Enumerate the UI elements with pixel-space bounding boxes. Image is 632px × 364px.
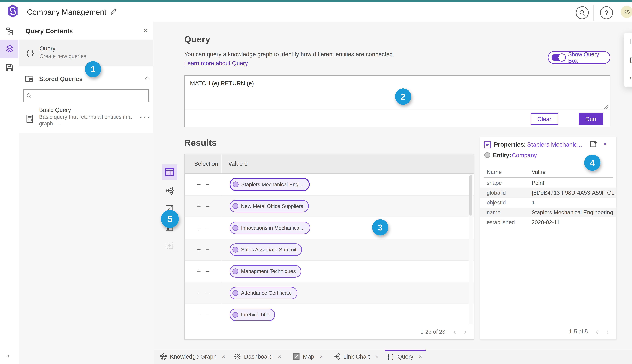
add-selection-button[interactable]: + (197, 224, 201, 232)
entity-pill[interactable]: New Metal Office Suppliers (230, 200, 309, 212)
rail-item-contents[interactable] (5, 44, 14, 54)
entity-type-icon (484, 152, 490, 158)
tab-knowledge-graph[interactable]: Knowledge Graph× (160, 353, 225, 360)
entity-pill[interactable]: Managment Techniques (230, 265, 301, 278)
remove-selection-button[interactable]: − (206, 202, 210, 210)
table-row: +− Firebird Title (185, 304, 474, 326)
entity-dot-icon (233, 182, 238, 187)
page-prev-button[interactable]: ‹ (596, 328, 598, 335)
table-row: +− Sales Associate Summit (185, 239, 474, 261)
run-button[interactable]: Run (579, 113, 603, 125)
resize-handle-icon[interactable] (604, 105, 608, 109)
search-button[interactable] (576, 6, 589, 19)
add-selection-button[interactable]: + (197, 311, 201, 319)
property-row: established2020-02-11 (480, 218, 616, 227)
table-row: +− Attendance Certificate (185, 282, 474, 304)
add-to-selection-icon[interactable] (590, 140, 597, 148)
entity-pill[interactable]: Sales Associate Summit (230, 244, 302, 256)
view-table-button[interactable] (162, 164, 177, 180)
page-next-button[interactable]: › (464, 328, 466, 335)
edit-title-icon[interactable] (110, 8, 117, 15)
show-query-box-toggle[interactable]: Show Query Box (548, 51, 610, 64)
rail-item-hierarchy[interactable] (5, 27, 14, 36)
page-prev-button[interactable]: ‹ (454, 328, 456, 335)
add-selection-button[interactable]: + (197, 289, 201, 297)
page-next-button[interactable]: › (606, 328, 609, 335)
entity-pill[interactable]: Attendance Certificate (230, 287, 298, 299)
sitemap-icon (5, 27, 14, 36)
help-button[interactable]: ? (600, 6, 613, 19)
remove-selection-button[interactable]: − (206, 268, 210, 275)
add-selection-button[interactable]: + (197, 268, 201, 275)
remove-selection-button[interactable]: − (206, 246, 210, 254)
tab-map[interactable]: Map× (293, 353, 323, 360)
tab-query[interactable]: { } Query× (388, 353, 422, 360)
learn-more-link[interactable]: Learn more about Query (184, 60, 248, 66)
header-divider (593, 4, 594, 21)
column-name: Name (480, 169, 532, 175)
properties-table-body: shapePoint globalid{5D9B4713-F98D-4A53-A… (480, 178, 616, 227)
close-tab-icon[interactable]: × (419, 354, 422, 360)
query-section-title: Query (184, 34, 210, 44)
entity-pill[interactable]: Firebird Title (230, 308, 275, 321)
add-selection-icon (630, 38, 632, 45)
column-value: Value (532, 169, 616, 175)
annotation-badge-1: 1 (85, 61, 101, 77)
app-logo[interactable] (7, 4, 18, 18)
menu-item-store-as-new-query[interactable]: { } Store as New Query (630, 56, 632, 63)
remove-selection-button[interactable]: − (206, 180, 210, 188)
close-tab-icon[interactable]: × (376, 354, 378, 360)
knowledge-graph-icon (160, 353, 167, 360)
view-new-link-chart-button-disabled (162, 238, 177, 253)
app-window: Company Management ? KS Knowledge Studio… (0, 0, 632, 364)
close-panel-button[interactable]: × (144, 27, 147, 34)
braces-icon: { } (388, 353, 394, 360)
tab-link-chart[interactable]: Link Chart× (334, 353, 378, 360)
column-value0[interactable]: Value 0 (222, 154, 474, 174)
query-file-icon (26, 114, 34, 123)
results-title: Results (184, 138, 217, 148)
close-tab-icon[interactable]: × (278, 354, 281, 360)
results-table: Selection Value 0 +− Staplers Mechanical… (184, 154, 474, 340)
table-row: +− Staplers Mechanical Engi... (185, 174, 474, 196)
properties-title: Properties: (494, 141, 526, 148)
top-accent-strip (0, 0, 632, 2)
page-title: Company Management (27, 8, 106, 16)
entity-dot-icon (232, 247, 238, 252)
view-link-chart-button[interactable] (162, 183, 177, 198)
close-tab-icon[interactable]: × (222, 354, 225, 360)
remove-selection-button[interactable]: − (206, 311, 210, 319)
expand-rail-button[interactable]: ›› (6, 352, 9, 359)
entity-label: Entity: (493, 152, 511, 158)
menu-item-collapse[interactable]: ›› Collapse (630, 74, 632, 81)
query-contents-item-query[interactable]: { } Query Create new queries (19, 40, 153, 66)
item-options-button[interactable]: • • • (140, 115, 150, 120)
avatar[interactable]: KS (620, 6, 632, 18)
add-selection-button[interactable]: + (197, 180, 201, 188)
tab-dashboard[interactable]: Dashboard× (234, 353, 281, 360)
properties-entity-link[interactable]: Staplers Mechanic... (527, 141, 582, 148)
results-scrollbar (469, 174, 473, 324)
close-tab-icon[interactable]: × (320, 354, 323, 360)
question-icon: ? (605, 9, 608, 16)
add-selection-button[interactable]: + (197, 202, 201, 210)
dashboard-icon (234, 353, 241, 360)
table-row: +− New Metal Office Suppliers (185, 196, 474, 217)
scrollbar-thumb[interactable] (469, 175, 472, 216)
collapse-section-icon[interactable] (145, 76, 150, 80)
remove-selection-button[interactable]: − (206, 224, 210, 232)
entity-dot-icon (232, 290, 238, 296)
column-selection[interactable]: Selection (185, 154, 222, 174)
entity-pill[interactable]: Innovations in Mechanical... (230, 222, 310, 234)
close-properties-button[interactable]: × (604, 140, 607, 147)
remove-selection-button[interactable]: − (206, 289, 210, 297)
properties-icon (484, 140, 491, 149)
rail-item-save[interactable] (5, 63, 14, 72)
stored-queries-search-input[interactable] (34, 92, 146, 99)
properties-pagination: 1-5 of 5 ‹ › (480, 324, 616, 339)
stored-query-item[interactable]: Basic Query Basic query that returns all… (19, 106, 153, 131)
clear-button[interactable]: Clear (530, 113, 558, 125)
entity-pill[interactable]: Staplers Mechanical Engi... (230, 178, 310, 191)
add-selection-button[interactable]: + (197, 246, 201, 254)
map-icon (293, 353, 300, 360)
